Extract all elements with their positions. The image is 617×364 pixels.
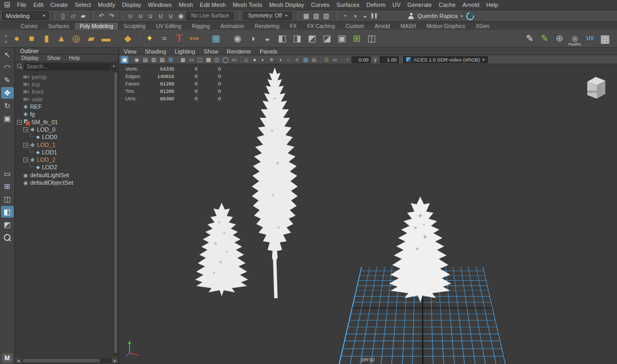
group-grip[interactable] <box>52 12 55 20</box>
menu-create[interactable]: Create <box>50 2 68 8</box>
menu-surfaces[interactable]: Surfaces <box>337 2 359 8</box>
sweep-mesh-button[interactable]: ✦ <box>143 32 156 45</box>
menu-deform[interactable]: Deform <box>366 2 385 8</box>
shelf-tab-mash[interactable]: MASH <box>396 23 421 30</box>
shelf-tab-fx[interactable]: FX <box>285 23 302 30</box>
sync-status-icon[interactable] <box>465 11 476 22</box>
shelf-tab-animation[interactable]: Animation <box>216 23 248 30</box>
extract-button[interactable]: ◩ <box>305 32 319 45</box>
layout-four-panes-button[interactable]: ⊞ <box>1 180 14 192</box>
redo-icon[interactable]: ↷ <box>107 11 116 20</box>
motion-blur-icon[interactable]: ≈ <box>293 56 301 64</box>
textured-icon[interactable]: ◐ <box>259 56 267 64</box>
image-plane-icon[interactable]: ▧ <box>158 56 166 64</box>
collapse-toggle-icon[interactable] <box>23 143 28 148</box>
menu-generate[interactable]: Generate <box>407 2 432 8</box>
open-scene-icon[interactable]: ▱ <box>68 11 78 20</box>
screen-space-ao-icon[interactable]: ◌ <box>285 56 293 64</box>
menu-select[interactable]: Select <box>75 2 91 8</box>
field-chart-icon[interactable]: ◫ <box>213 56 221 64</box>
menu-mesh-tools[interactable]: Mesh Tools <box>233 2 262 8</box>
shelf-tab-motion-graphics[interactable]: Motion Graphics <box>422 23 470 30</box>
gamma-icon[interactable]: γ <box>371 56 379 64</box>
shelf-tab-rigging[interactable]: Rigging <box>187 23 215 30</box>
poly-cone-button[interactable]: ▲ <box>55 32 68 45</box>
outliner-item-default-light-set[interactable]: ◉defaultLightSet <box>15 171 113 179</box>
isolate-select-icon[interactable]: ⊙ <box>322 56 330 64</box>
move-tool-button[interactable]: ✥ <box>1 87 14 99</box>
poly-cube-button[interactable]: ■ <box>25 32 38 45</box>
outliner-item-side[interactable]: side <box>15 96 113 103</box>
type-tool-button[interactable]: T <box>173 32 186 45</box>
shelf-tab-rendering[interactable]: Rendering <box>250 23 284 30</box>
pause-viewport-icon[interactable]: ▌▌ <box>371 11 380 20</box>
view-transform-selector[interactable]: ACES 1.0 SDR-video (sRGB) ▾ <box>403 56 488 63</box>
scroll-left-button[interactable]: ◀ <box>15 358 21 363</box>
multi-cut-button[interactable]: ✎ <box>523 32 536 45</box>
group-grip[interactable] <box>295 12 298 20</box>
boolean-difference-button[interactable]: ◑ <box>246 32 259 45</box>
scale-tool-button[interactable]: ▣ <box>1 112 14 124</box>
layout-persp-outliner-button[interactable]: ◧ <box>1 206 14 218</box>
outliner-item-fg[interactable]: ✥fg <box>15 110 113 118</box>
camera-attributes-icon[interactable]: ▤ <box>141 56 149 64</box>
account-widget[interactable]: Quentin Rapica ▾ <box>408 11 474 21</box>
outliner-item-default-object-set[interactable]: ◉defaultObjectSet <box>15 179 113 186</box>
shelf-tab-poly-modeling[interactable]: Poly Modeling <box>75 23 118 30</box>
smooth-button[interactable]: ▣ <box>335 32 348 45</box>
rotate-tool-button[interactable]: ↻ <box>1 100 14 111</box>
menu-display[interactable]: Display <box>122 2 141 8</box>
group-grip[interactable] <box>237 12 240 20</box>
film-gate-icon[interactable]: ▭ <box>187 56 195 64</box>
menu-cache[interactable]: Cache <box>439 2 456 8</box>
poly-sphere-button[interactable]: ● <box>10 32 23 45</box>
shelf-tab-xgen[interactable]: XGen <box>471 23 494 30</box>
outliner-item-front[interactable]: front <box>15 88 113 96</box>
uv-pin-button[interactable]: UV <box>584 32 597 45</box>
two-d-pan-zoom-icon[interactable]: ⊞ <box>167 56 175 64</box>
outliner-item-lod1[interactable]: ◆LOD1 <box>15 149 113 156</box>
shelf-tab-arnold[interactable]: Arnold <box>370 23 395 30</box>
menu-edit[interactable]: Edit <box>33 2 44 8</box>
outliner-menu-show[interactable]: Show <box>47 55 61 61</box>
outliner-item-persp[interactable]: persp <box>15 73 113 81</box>
resolution-gate-icon[interactable]: ▢ <box>196 56 204 64</box>
panel-menu-show[interactable]: Show <box>204 48 219 55</box>
scroll-right-button[interactable]: ▶ <box>112 358 118 363</box>
curve-tool-button[interactable]: ≈ <box>158 32 171 45</box>
use-all-lights-icon[interactable]: ☀ <box>268 56 276 64</box>
outliner-menu-display[interactable]: Display <box>21 55 39 61</box>
layout-two-panes-button[interactable]: ◫ <box>1 193 14 205</box>
shelf-tab-custom[interactable]: Custom <box>341 23 369 30</box>
construction-history-icon[interactable]: ▦ <box>302 11 311 20</box>
menu-curves[interactable]: Curves <box>311 2 330 8</box>
wireframe-icon[interactable]: ◇ <box>242 56 250 64</box>
multisample-aa-icon[interactable]: ▨ <box>302 56 310 64</box>
channel-box-icon[interactable]: ▨ <box>322 11 331 20</box>
paint-selection-tool-button[interactable]: ✎ <box>1 74 14 86</box>
gamma-field[interactable] <box>380 56 399 63</box>
outliner-search-input[interactable] <box>24 63 110 70</box>
shadows-icon[interactable]: ◑ <box>276 56 284 64</box>
fir-tree-lod0[interactable] <box>191 201 252 302</box>
collapse-toggle-icon[interactable] <box>23 158 28 162</box>
gate-mask-icon[interactable]: ▩ <box>204 56 212 64</box>
grid-icon[interactable]: ▦ <box>179 56 187 64</box>
boolean-union-button[interactable]: ◉ <box>231 32 244 45</box>
select-camera-icon[interactable]: ▣ <box>121 56 128 64</box>
xray-icon[interactable]: ▱ <box>331 56 339 64</box>
menu-modify[interactable]: Modify <box>98 2 115 8</box>
shelf-menu-arrows[interactable]: ▲▼ <box>3 32 8 46</box>
fill-hole-button[interactable]: ◪ <box>320 32 333 45</box>
menu-file[interactable]: File <box>17 2 27 8</box>
separate-button[interactable]: ◨ <box>290 32 304 45</box>
snap-to-grid-icon[interactable]: ∪ <box>126 11 135 20</box>
append-to-polygon-button[interactable]: ⊞ <box>350 32 363 45</box>
zoom-tool-icon[interactable] <box>3 233 12 242</box>
depth-of-field-icon[interactable]: ◎ <box>310 56 318 64</box>
poly-torus-button[interactable]: ◎ <box>70 32 83 45</box>
new-scene-icon[interactable]: ▯ <box>58 11 67 20</box>
menu-set-selector[interactable]: Modeling ▾ <box>2 11 49 20</box>
safe-action-icon[interactable]: ◯ <box>221 56 229 64</box>
make-object-live-icon[interactable]: ◉ <box>176 11 185 20</box>
